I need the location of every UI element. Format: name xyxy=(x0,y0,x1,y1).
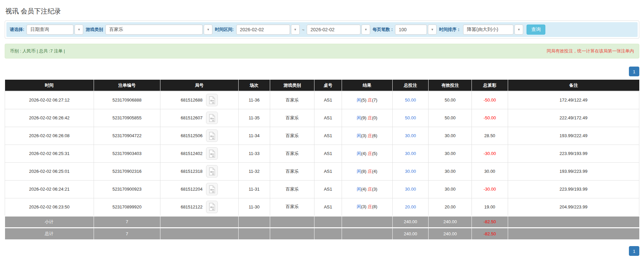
time-sort-value[interactable]: 降冪(由大到小) xyxy=(463,25,513,35)
cell-payout: -30.00 xyxy=(472,180,508,198)
cell-valid-bet: 30.00 xyxy=(429,180,472,198)
video-replay-button[interactable] xyxy=(206,129,218,142)
cell-payout: -50.00 xyxy=(472,91,508,109)
round-number: 681512122 xyxy=(181,204,202,209)
grand-total-remark xyxy=(508,228,639,239)
result-banker-label: 庄 xyxy=(367,133,372,138)
round-number: 681512607 xyxy=(181,115,202,120)
header-session: 场次 xyxy=(238,80,270,91)
cell-valid-bet: 30.00 xyxy=(429,127,472,145)
cell-total-bet[interactable]: 30.00 xyxy=(392,180,429,198)
result-banker-label: 庄 xyxy=(367,97,372,103)
cell-valid-bet: 50.00 xyxy=(429,109,472,127)
cell-time: 2026-02-02 06:26:08 xyxy=(5,127,94,145)
table-row: 2026-02-02 06:26:08 523170904722 6815125… xyxy=(5,127,639,145)
page-1-button[interactable]: 1 xyxy=(629,67,639,76)
summary-bar: 币别 : 人民币 | 总共 :7 注单 | 同局有效投注，统一计算在该局第一张注… xyxy=(5,44,639,58)
result-banker-value: (0) xyxy=(372,115,377,120)
date-to-combobox: 2026-02-02 ▼ xyxy=(307,25,370,35)
grand-total-empty-cell xyxy=(160,228,238,239)
result-player-label: 闲 xyxy=(357,169,361,174)
cell-session: 11-33 xyxy=(238,145,270,162)
cell-total-bet[interactable]: 30.00 xyxy=(392,127,429,145)
cell-table-no: AS1 xyxy=(314,180,342,198)
result-banker-value: (3) xyxy=(372,187,377,192)
cell-total-bet[interactable]: 50.00 xyxy=(392,109,429,127)
header-result: 结果 xyxy=(342,80,392,91)
video-replay-button[interactable] xyxy=(206,112,218,124)
cell-remark: 172.49/122.49 xyxy=(508,91,639,109)
search-button[interactable]: 查询 xyxy=(527,25,545,35)
chevron-down-icon: ▼ xyxy=(364,28,367,31)
header-bet-id: 注单编号 xyxy=(94,80,160,91)
page-size-dropdown-toggle[interactable]: ▼ xyxy=(428,25,437,35)
page-size-value[interactable]: 100 xyxy=(395,25,427,35)
cell-total-bet[interactable]: 20.00 xyxy=(392,198,429,216)
query-type-dropdown-toggle[interactable]: ▼ xyxy=(75,25,83,35)
subtotal-label: 小计 xyxy=(5,216,94,228)
query-type-value[interactable]: 日期查询 xyxy=(27,25,73,35)
cell-total-bet[interactable]: 50.00 xyxy=(392,91,429,109)
cell-game-type: 百家乐 xyxy=(270,162,314,180)
cell-session: 11-30 xyxy=(238,198,270,216)
cell-total-bet[interactable]: 30.00 xyxy=(392,145,429,162)
date-to-dropdown-toggle[interactable]: ▼ xyxy=(361,25,370,35)
cell-table-no: AS1 xyxy=(314,198,342,216)
grand-total-valid-bet: 240.00 xyxy=(429,228,472,239)
time-sort-combobox: 降冪(由大到小) ▼ xyxy=(463,25,523,35)
cell-time: 2026-02-02 06:27:12 xyxy=(5,91,94,109)
video-replay-button[interactable] xyxy=(206,201,218,213)
cell-time: 2026-02-02 06:26:42 xyxy=(5,109,94,127)
date-to-value[interactable]: 2026-02-02 xyxy=(307,25,360,35)
cell-remark: 193.99/222.49 xyxy=(508,127,639,145)
round-number: 681512688 xyxy=(181,97,202,103)
cell-payout: 30.00 xyxy=(472,162,508,180)
chevron-down-icon: ▼ xyxy=(431,28,434,31)
table-row: 2026-02-02 06:25:31 523170903403 6815124… xyxy=(5,145,639,162)
game-type-value[interactable]: 百家乐 xyxy=(105,25,203,35)
header-remark: 备注 xyxy=(508,80,639,91)
result-banker-label: 庄 xyxy=(367,115,372,120)
result-player-label: 闲 xyxy=(357,115,361,120)
page-1-button[interactable]: 1 xyxy=(629,246,639,256)
game-type-label: 游戏类别 xyxy=(86,27,103,33)
grand-total-empty-cell xyxy=(314,228,342,239)
time-sort-dropdown-toggle[interactable]: ▼ xyxy=(514,25,523,35)
result-banker-label: 庄 xyxy=(367,169,372,174)
cell-table-no: AS1 xyxy=(314,127,342,145)
date-from-value[interactable]: 2026-02-02 xyxy=(236,25,290,35)
cell-payout: -50.00 xyxy=(472,109,508,127)
video-replay-button[interactable] xyxy=(206,165,218,178)
cell-total-bet[interactable]: 30.00 xyxy=(392,162,429,180)
video-replay-button[interactable] xyxy=(206,147,218,160)
table-row: 2026-02-02 06:25:01 523170902316 6815123… xyxy=(5,162,639,180)
video-replay-button[interactable] xyxy=(206,183,218,195)
same-round-notice: 同局有效投注，统一计算在该局第一张注单内 xyxy=(547,48,634,54)
date-from-dropdown-toggle[interactable]: ▼ xyxy=(291,25,300,35)
grand-total-label: 总计 xyxy=(5,228,94,239)
result-player-value: (3) xyxy=(361,133,366,138)
video-replay-button[interactable] xyxy=(206,94,218,106)
result-player-label: 闲 xyxy=(357,204,361,209)
result-banker-value: (7) xyxy=(372,97,377,103)
cell-table-no: AS1 xyxy=(314,145,342,162)
cell-game-type: 百家乐 xyxy=(270,145,314,162)
header-payout: 总派彩 xyxy=(472,80,508,91)
subtotal-payout: -82.50 xyxy=(472,216,508,228)
bet-records-table: 时间 注单编号 局号 场次 游戏类别 桌号 结果 总投注 有效投注 总派彩 备注… xyxy=(5,80,639,239)
cell-remark: 223.99/193.99 xyxy=(508,145,639,162)
video-file-icon xyxy=(209,114,215,122)
page-title: 视讯 会员下注纪录 xyxy=(5,7,639,16)
time-range-label: 时间区间: xyxy=(215,27,234,33)
video-file-icon xyxy=(209,132,215,140)
grand-total-total-bet: 240.00 xyxy=(392,228,429,239)
table-row: 2026-02-02 06:26:42 523170905855 6815126… xyxy=(5,109,639,127)
cell-game-type: 百家乐 xyxy=(270,198,314,216)
result-player-label: 闲 xyxy=(357,187,361,192)
time-sort-label: 时间排序： xyxy=(439,27,461,33)
cell-bet-id: 523170902316 xyxy=(94,162,160,180)
cell-payout: -30.00 xyxy=(472,145,508,162)
game-type-dropdown-toggle[interactable]: ▼ xyxy=(204,25,212,35)
subtotal-valid-bet: 240.00 xyxy=(429,216,472,228)
subtotal-row: 小计 7 240.00 240.00 -82.50 xyxy=(5,216,639,228)
